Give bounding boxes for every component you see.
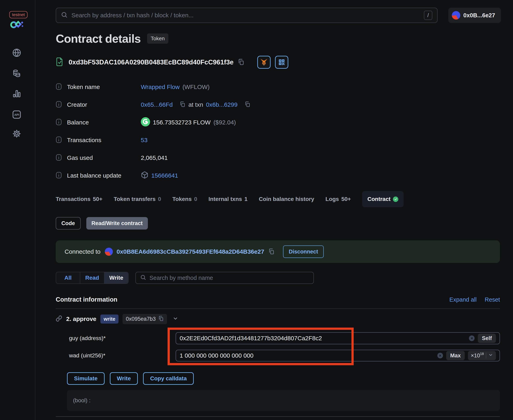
token-type-badge: Token: [147, 33, 168, 44]
token-symbol: (WFLOW): [183, 83, 210, 90]
address-tabs: Transactions50+ Token transfers0 Tokens0…: [56, 191, 403, 207]
write-button[interactable]: Write: [110, 372, 138, 385]
gas-used-value: 2,065,041: [141, 154, 168, 161]
app-logo-icon[interactable]: [10, 20, 25, 30]
contract-subtabs: Code Read/Write contract: [56, 217, 148, 230]
expand-all-link[interactable]: Expand all: [449, 296, 476, 303]
connected-address-link[interactable]: 0x0B8EA6d6983cCBa39275493FEf648a2D64B36e…: [117, 248, 264, 255]
filter-all[interactable]: All: [56, 272, 80, 284]
info-icon: [56, 101, 62, 109]
guy-address-input[interactable]: [180, 335, 469, 342]
collapse-method-chevron-icon[interactable]: [173, 316, 178, 322]
global-search-input[interactable]: [71, 12, 424, 19]
search-shortcut-badge: /: [424, 11, 432, 20]
svg-text:API: API: [14, 113, 19, 116]
sidebar: testnet API: [0, 0, 35, 420]
info-icon: [56, 136, 62, 144]
clear-guy-icon[interactable]: ×: [469, 335, 475, 341]
network-globe-icon[interactable]: [12, 48, 22, 58]
write-method-badge: write: [100, 315, 118, 323]
tab-logs[interactable]: Logs50+: [325, 196, 351, 202]
block-cube-icon: [141, 171, 148, 180]
tokens-coins-icon[interactable]: [12, 69, 22, 78]
method-approve-row[interactable]: 2. approve write 0x095ea7b3: [56, 314, 178, 324]
subtab-read-write-contract[interactable]: Read/Write contract: [86, 217, 148, 230]
testnet-badge: testnet: [9, 11, 28, 18]
add-to-metamask-button[interactable]: [257, 56, 271, 69]
method-search[interactable]: [135, 272, 314, 284]
balance-label: Balance: [67, 119, 89, 126]
methods-filter-row: All Read Write: [56, 272, 314, 284]
copy-creator-icon[interactable]: [179, 101, 185, 109]
at-txn-text: at txn: [188, 101, 203, 108]
clear-wad-icon[interactable]: ×: [437, 353, 443, 358]
tab-contract[interactable]: Contract: [362, 191, 403, 207]
max-button[interactable]: Max: [446, 351, 465, 360]
api-icon[interactable]: API: [12, 110, 22, 120]
search-icon: [140, 274, 146, 281]
copy-connected-address-icon[interactable]: [268, 248, 275, 255]
self-button[interactable]: Self: [478, 334, 496, 343]
search-icon: [61, 11, 68, 19]
contract-information-header: Contract information Expand all Reset: [56, 294, 500, 305]
tab-internal-txns[interactable]: Internal txns1: [208, 196, 248, 202]
connected-avatar: [105, 248, 113, 256]
balance-row: Balance 156.73532723 FLOW ($92.04): [56, 113, 500, 131]
wad-amount-field: × Max ×1018: [176, 350, 500, 361]
last-balance-update-label: Last balance update: [67, 172, 121, 179]
divider: [486, 352, 486, 359]
method-search-input[interactable]: [149, 275, 309, 281]
balance-amount: 156.73532723 FLOW: [153, 119, 211, 126]
copy-txn-icon[interactable]: [244, 101, 250, 109]
copy-calldata-button[interactable]: Copy calldata: [143, 372, 194, 385]
multiplier-dropdown[interactable]: ×1018: [468, 351, 496, 360]
method-output-panel: (bool) :: [67, 390, 500, 411]
contract-address-row: 0xd3bF53DAC106A0290B0483EcBC89d40FcC961f…: [56, 56, 288, 69]
wad-amount-input[interactable]: [180, 352, 437, 359]
stats-chart-icon[interactable]: [12, 89, 22, 98]
creator-address-link[interactable]: 0x65...66Fd: [141, 101, 173, 108]
copy-selector-icon[interactable]: [158, 315, 164, 322]
method-type-segmented-control: All Read Write: [56, 272, 129, 284]
verified-check-icon: [393, 196, 398, 202]
guy-param-label: guy (address)*: [56, 335, 176, 341]
bool-output-label: (bool) :: [73, 397, 90, 404]
creation-txn-link[interactable]: 0x6b...6299: [206, 101, 238, 108]
tab-token-transfers[interactable]: Token transfers0: [114, 196, 161, 202]
token-name-row: Token name Wrapped Flow (WFLOW): [56, 78, 500, 96]
disconnect-button[interactable]: Disconnect: [283, 245, 324, 258]
account-address-label: 0x0B...6e27: [463, 12, 495, 19]
transactions-label: Transactions: [67, 137, 101, 143]
info-icon: [56, 154, 62, 162]
tab-coin-balance-history[interactable]: Coin balance history: [259, 196, 314, 202]
contract-details-page: testnet API: [0, 0, 513, 420]
method-action-buttons: Simulate Write Copy calldata: [67, 372, 194, 385]
global-search[interactable]: /: [56, 8, 438, 23]
subtab-code[interactable]: Code: [56, 217, 81, 230]
title-row: Contract details Token: [56, 32, 169, 45]
param-row-wad: wad (uint256)* × Max ×1018: [56, 350, 500, 361]
divider: [56, 416, 500, 417]
last-balance-block-link[interactable]: 15666641: [151, 172, 178, 179]
anchor-link-icon[interactable]: [56, 315, 62, 322]
contract-address[interactable]: 0xd3bF53DAC106A0290B0483EcBC89d40FcC961f…: [69, 58, 234, 66]
tab-tokens[interactable]: Tokens0: [172, 196, 197, 202]
settings-gear-icon[interactable]: [12, 129, 22, 139]
multiplier-chevron-icon: [488, 352, 493, 359]
connected-banner: Connected to 0x0B8EA6d6983cCBa39275493FE…: [56, 240, 500, 263]
filter-read[interactable]: Read: [80, 272, 104, 284]
reset-link[interactable]: Reset: [485, 296, 500, 303]
simulate-button[interactable]: Simulate: [67, 372, 105, 385]
creator-label: Creator: [67, 101, 87, 108]
qr-code-button[interactable]: [275, 56, 288, 69]
transactions-count-link[interactable]: 53: [141, 137, 147, 143]
token-name-link[interactable]: Wrapped Flow: [141, 83, 180, 90]
last-balance-update-row: Last balance update 15666641: [56, 167, 500, 184]
tab-transactions[interactable]: Transactions50+: [56, 196, 103, 202]
account-button[interactable]: 0x0B...6e27: [448, 8, 501, 23]
filter-write[interactable]: Write: [104, 272, 128, 284]
guy-address-field: × Self: [176, 332, 500, 344]
gas-used-row: Gas used 2,065,041: [56, 149, 500, 167]
copy-address-icon[interactable]: [238, 58, 244, 66]
method-selector-badge: 0x095ea7b3: [123, 314, 167, 324]
